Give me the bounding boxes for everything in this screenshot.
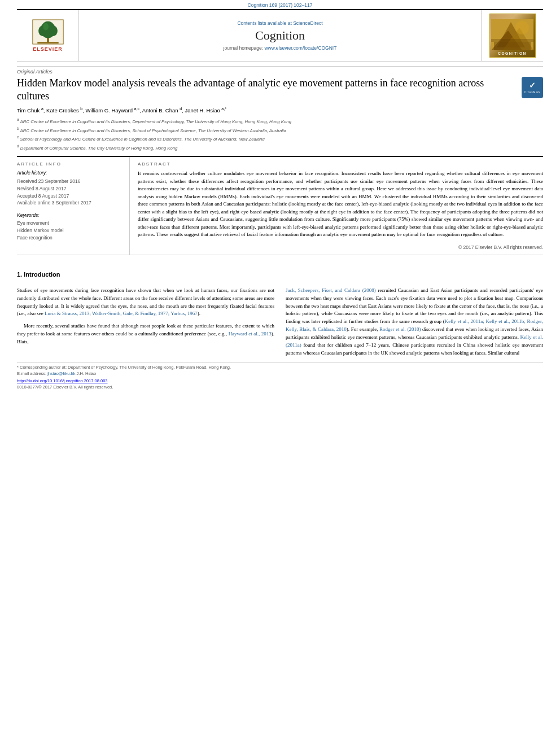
left-content-col: Studies of eye movements during face rec…: [17, 287, 274, 362]
abstract-text: It remains controversial whether culture…: [138, 170, 543, 239]
journal-header-center: Contents lists available at ScienceDirec…: [79, 10, 481, 61]
journal-title: Cognition: [255, 28, 305, 43]
authors-line: Tim Chuk a, Kate Crookes b, William G. H…: [17, 107, 543, 113]
svg-rect-6: [37, 42, 59, 43]
keyword-eye-movement: Eye movement: [17, 220, 123, 227]
doi-link[interactable]: http://dx.doi.org/10.1016/j.cognition.20…: [17, 378, 108, 383]
ref-hayward-link[interactable]: Hayward et al., 2013: [229, 331, 272, 337]
article-info-column: ARTICLE INFO Article history: Received 2…: [17, 157, 130, 255]
homepage-link[interactable]: www.elsevier.com/locate/COGNIT: [264, 45, 336, 51]
crossmark-button[interactable]: ✓ CrossMark: [522, 77, 543, 98]
elsevier-name: ELSEVIER: [33, 46, 63, 52]
right-para-1: Jack, Scheepers, Fiset, and Caldara (200…: [286, 287, 543, 357]
affiliations: a ARC Centre of Excellence in Cognition …: [17, 117, 543, 151]
intro-section: 1. Introduction: [17, 265, 543, 287]
cognition-badge-graphic: [491, 19, 533, 50]
svg-point-5: [43, 23, 48, 30]
article-title-row: Hidden Markov model analysis reveals the…: [17, 77, 543, 102]
history-received: Received 23 September 2016: [17, 178, 123, 185]
cognition-badge-text: COGNITION: [498, 51, 526, 55]
ref-jack-link[interactable]: Jack, Scheepers, Fiset, and Caldara (200…: [286, 287, 376, 293]
history-accepted: Accepted 8 August 2017: [17, 193, 123, 200]
crossmark-symbol: ✓: [529, 82, 536, 90]
footer-copyright: 0010-0277/© 2017 Elsevier B.V. All right…: [17, 385, 543, 390]
svg-point-4: [49, 25, 57, 36]
svg-rect-13: [494, 42, 531, 50]
crossmark-label: CrossMark: [524, 90, 541, 94]
ref-kelly2011a-link[interactable]: Kelly et al. (2011a): [286, 334, 543, 348]
sciencedirect-anchor[interactable]: ScienceDirect: [293, 20, 322, 26]
elsevier-tree-icon: [31, 19, 65, 45]
journal-homepage: journal homepage: www.elsevier.com/locat…: [224, 45, 337, 51]
email-name: J.H. Hsiao: [77, 371, 97, 376]
right-content-col: Jack, Scheepers, Fiset, and Caldara (200…: [286, 287, 543, 362]
doi-bar: Cognition 169 (2017) 102–117: [0, 0, 560, 9]
keyword-hmm: Hidden Markov model: [17, 227, 123, 234]
email-link[interactable]: jhsiao@hku.hk: [47, 371, 75, 376]
doi-text: Cognition 169 (2017) 102–117: [248, 2, 313, 8]
elsevier-logo-area: ELSEVIER: [17, 10, 79, 61]
article-title: Hidden Markov model analysis reveals the…: [17, 77, 516, 102]
main-content: Studies of eye movements during face rec…: [17, 287, 543, 362]
journal-header-right: COGNITION: [481, 10, 543, 61]
corresponding-author-note: * Corresponding author at: Department of…: [17, 365, 543, 370]
article-body: ARTICLE INFO Article history: Received 2…: [17, 156, 543, 255]
ref-rodger-link[interactable]: Rodger et al. (2010): [379, 326, 421, 332]
footnote-area: * Corresponding author at: Department of…: [17, 362, 543, 378]
email-note: E-mail address: jhsiao@hku.hk J.H. Hsiao: [17, 371, 543, 376]
intro-para-1: Studies of eye movements during face rec…: [17, 287, 274, 318]
ref-luria-link[interactable]: Luria & Strauss, 2013; Walker-Smith, Gal…: [45, 311, 198, 316]
article-container: Original Articles Hidden Markov model an…: [17, 62, 543, 265]
section-type-label: Original Articles: [17, 66, 543, 75]
svg-rect-11: [491, 39, 533, 42]
abstract-header: ABSTRACT: [138, 161, 543, 167]
sciencedirect-link: Contents lists available at ScienceDirec…: [237, 20, 322, 26]
journal-header: ELSEVIER Contents lists available at Sci…: [17, 9, 543, 62]
svg-point-12: [515, 21, 529, 34]
history-online: Available online 3 September 2017: [17, 199, 123, 207]
keyword-face-recognition: Face recognition: [17, 234, 123, 242]
keywords-label: Keywords:: [17, 212, 123, 218]
elsevier-logo: ELSEVIER: [31, 19, 65, 52]
history-revised: Revised 8 August 2017: [17, 185, 123, 193]
cognition-badge: COGNITION: [489, 14, 536, 58]
article-info-header: ARTICLE INFO: [17, 161, 123, 167]
intro-para-2: More recently, several studies have foun…: [17, 322, 274, 346]
abstract-copyright: © 2017 Elsevier B.V. All rights reserved…: [138, 242, 543, 250]
history-label: Article history:: [17, 170, 123, 176]
section-1-header: 1. Introduction: [17, 271, 543, 278]
abstract-column: ABSTRACT It remains controversial whethe…: [130, 157, 543, 255]
keywords-section: Keywords: Eye movement Hidden Markov mod…: [17, 212, 123, 241]
doi-footer: http://dx.doi.org/10.1016/j.cognition.20…: [17, 378, 543, 383]
